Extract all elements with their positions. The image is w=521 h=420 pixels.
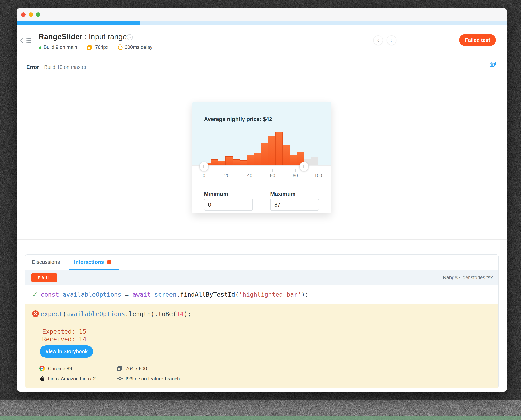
previous-story-button[interactable]: ‹ <box>373 35 383 45</box>
highlighted-bar <box>290 155 297 165</box>
viewport-gray-icon <box>117 366 122 371</box>
maximum-label: Maximum <box>270 191 296 197</box>
axis-tick-label: 40 <box>242 173 258 179</box>
build-progress-done <box>17 21 140 25</box>
header-divider <box>17 74 507 74</box>
slider-track[interactable] <box>192 165 331 166</box>
preview-divider <box>17 240 507 240</box>
tab-discussions[interactable]: Discussions <box>32 259 60 265</box>
next-story-button[interactable]: › <box>387 35 396 45</box>
muted-bar <box>311 157 318 165</box>
environment-info: Chrome 89 764 x 500 Linux Amazon Li <box>25 304 499 388</box>
app-window: RangeSlider : Input range → Build 9 on m… <box>17 8 507 391</box>
active-tab-underline <box>69 269 119 270</box>
viewport-size-label: 764 x 500 <box>125 366 147 371</box>
histogram-title: Average nightly price: $42 <box>204 116 272 122</box>
highlighted-bar <box>282 145 290 165</box>
interactions-panel: Discussions Interactions FAIL RangeSlide… <box>25 254 499 388</box>
story-file-name: RangeSlider.stories.tsx <box>443 275 493 280</box>
axis-tick-label: 60 <box>264 173 281 179</box>
slider-handle-max[interactable] <box>299 162 309 171</box>
interaction-step-pass[interactable]: ✓ const availableOptions = await screen.… <box>25 286 499 304</box>
back-chevron-icon[interactable] <box>19 36 25 44</box>
apple-icon <box>39 375 45 382</box>
story-preview-card: Average nightly price: $42 020406080100 … <box>192 102 331 213</box>
story-list-icon[interactable] <box>26 38 32 44</box>
highlighted-bar <box>275 132 283 165</box>
highlighted-bar <box>218 161 226 165</box>
maximum-input[interactable] <box>270 199 319 211</box>
window-titlebar <box>17 8 507 21</box>
highlighted-bar <box>247 155 254 165</box>
highlighted-bar <box>240 160 247 165</box>
browser-label: Chrome 89 <box>48 366 72 371</box>
fail-badge: FAIL <box>31 273 57 282</box>
build-progress-bar <box>17 21 507 25</box>
highlighted-bar <box>254 153 261 165</box>
axis-tick-label: 100 <box>310 173 326 179</box>
tab-interactions[interactable]: Interactions <box>74 259 104 265</box>
axis-tick-label: 20 <box>219 173 235 179</box>
code-line-pass: const availableOptions = await screen.fi… <box>41 291 309 298</box>
highlighted-bar <box>225 156 233 165</box>
page-title: RangeSlider : Input range <box>39 32 127 41</box>
test-result-row: FAIL RangeSlider.stories.tsx <box>25 270 499 285</box>
close-window-button[interactable] <box>21 12 26 17</box>
os-label: Linux Amazon Linux 2 <box>48 376 96 382</box>
commit-label: f93kdc on feature-branch <box>125 376 180 382</box>
status-build-label: Build 10 on master <box>44 64 86 70</box>
axis-tick <box>227 169 227 172</box>
comments-icon[interactable] <box>489 61 496 68</box>
commit-icon <box>117 376 123 381</box>
axis-ticks: 020406080100 <box>204 169 318 181</box>
minimum-input[interactable] <box>204 199 253 211</box>
screenshot-stage: RangeSlider : Input range → Build 9 on m… <box>0 0 521 420</box>
open-story-arrow-icon[interactable]: → <box>127 34 133 40</box>
minimum-label: Minimum <box>204 191 228 197</box>
slider-handle-min[interactable] <box>199 162 209 171</box>
delay-value: 300ms delay <box>125 44 152 50</box>
minimize-window-button[interactable] <box>29 12 33 17</box>
interaction-step-fail: ✕ expect(availableOptions.length).toBe(1… <box>25 304 499 388</box>
axis-tick <box>318 169 318 172</box>
axis-tick <box>272 169 273 172</box>
viewport-icon <box>87 45 92 50</box>
build-status-dot <box>39 46 41 49</box>
highlighted-bar <box>211 159 219 165</box>
highlighted-bar <box>233 159 240 165</box>
check-icon: ✓ <box>32 291 39 298</box>
axis-tick <box>249 169 250 172</box>
range-separator: – <box>255 199 268 211</box>
viewport-value: 764px <box>95 44 108 50</box>
axis-tick-label: 80 <box>287 173 304 179</box>
status-label: Error <box>26 64 39 70</box>
axis-tick <box>295 169 296 172</box>
highlighted-bar <box>261 143 268 165</box>
component-name: RangeSlider <box>39 32 82 41</box>
maximize-window-button[interactable] <box>36 12 40 17</box>
chrome-icon <box>39 366 45 371</box>
price-histogram <box>204 132 318 165</box>
axis-tick-label: 0 <box>196 173 212 179</box>
build-badge: Build 9 on main <box>44 44 77 50</box>
delay-stopwatch-icon <box>117 44 123 50</box>
failed-test-button[interactable]: Failed test <box>459 34 496 46</box>
panel-tabs: Discussions Interactions <box>25 255 499 270</box>
title-separator: : <box>85 32 87 41</box>
story-name: Input range <box>89 32 127 41</box>
highlighted-bar <box>268 136 276 165</box>
interactions-fail-square-icon <box>108 260 111 264</box>
